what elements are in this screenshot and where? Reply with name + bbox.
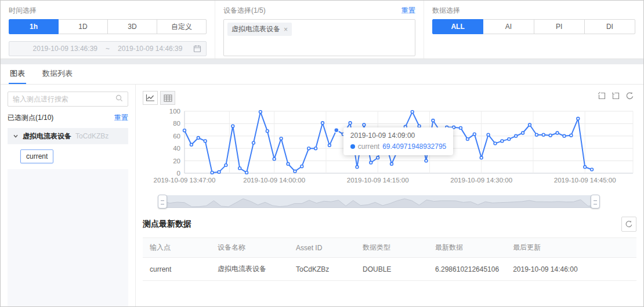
time-option-1D[interactable]: 1D — [58, 19, 108, 34]
svg-text:20: 20 — [173, 158, 180, 165]
app-frame: 时间选择 1h1D3D自定义 2019-10-09 13:46:39 ~ 201… — [0, 0, 644, 307]
section-divider-band — [1, 59, 643, 64]
restore-icon[interactable] — [625, 92, 634, 103]
main-panel: 图表数据列表 已选测点(1/10) 重置 — [1, 64, 643, 307]
chart-tooltip: 2019-10-09 14:09:00 current 69.409719489… — [343, 127, 453, 155]
device-group-id: ToCdKZBz — [75, 132, 108, 140]
device-group-header[interactable]: 虚拟电流表设备 ToCdKZBz — [8, 128, 128, 144]
date-separator: ~ — [106, 45, 110, 53]
chart-pane: 0204060801002019-10-09 13:47:002019-10-0… — [136, 85, 643, 307]
chart-area[interactable]: 0204060801002019-10-09 13:47:002019-10-0… — [143, 108, 636, 189]
tooltip-series-name: current — [358, 142, 379, 151]
latest-data-table: 输入点设备名称Asset ID数据类型最新数据最后更新 current虚拟电流表… — [143, 237, 636, 281]
latest-col-5: 最后更新 — [506, 238, 636, 258]
datazoom-left-handle[interactable] — [158, 195, 167, 209]
latest-cell-4: 6.298610212645106 — [428, 258, 506, 281]
time-range-button-group: 1h1D3D自定义 — [9, 19, 207, 34]
svg-text:2019-10-09 14:00:00: 2019-10-09 14:00:00 — [243, 177, 305, 184]
series-dot-icon — [350, 144, 355, 149]
data-table-view-button[interactable] — [160, 91, 175, 105]
time-filter-section: 时间选择 1h1D3D自定义 2019-10-09 13:46:39 ~ 201… — [1, 1, 215, 59]
data-type-button-group: ALLAIPIDI — [432, 19, 635, 34]
refresh-button[interactable] — [621, 217, 636, 232]
device-select-box[interactable]: 虚拟电流表设备× — [223, 19, 415, 56]
filter-bar: 时间选择 1h1D3D自定义 2019-10-09 13:46:39 ~ 201… — [1, 1, 643, 59]
svg-text:100: 100 — [169, 108, 180, 115]
points-tree: 虚拟电流表设备 ToCdKZBz current — [8, 128, 128, 307]
point-chip-current[interactable]: current — [20, 149, 53, 163]
calendar-icon — [193, 45, 201, 54]
latest-cell-1: 虚拟电流表设备 — [211, 258, 289, 281]
tab-chart[interactable]: 图表 — [9, 68, 26, 84]
datazoom-track[interactable] — [162, 195, 595, 208]
svg-text:40: 40 — [173, 145, 180, 152]
time-option-3D[interactable]: 3D — [107, 19, 157, 34]
device-filter-label: 设备选择(1/5) — [223, 6, 266, 16]
data-filter-label: 数据选择 — [432, 6, 460, 16]
latest-col-0: 输入点 — [143, 238, 211, 258]
zoom-reset-icon[interactable] — [612, 92, 620, 103]
search-icon — [115, 94, 123, 104]
latest-data-title: 测点最新数据 — [143, 219, 191, 229]
selected-points-label: 已选测点(1/10) — [8, 113, 53, 123]
time-option-自定义[interactable]: 自定义 — [157, 19, 207, 34]
device-group-body: current — [8, 144, 128, 169]
device-reset-link[interactable]: 重置 — [401, 6, 415, 16]
datazoom-slider[interactable] — [158, 195, 600, 209]
svg-text:2019-10-09 13:47:00: 2019-10-09 13:47:00 — [154, 177, 216, 184]
date-start: 2019-10-09 13:46:39 — [33, 45, 97, 53]
svg-text:2019-10-09 14:30:00: 2019-10-09 14:30:00 — [450, 177, 512, 184]
device-group-name: 虚拟电流表设备 — [23, 131, 71, 141]
time-filter-label: 时间选择 — [9, 6, 37, 16]
device-filter-section: 设备选择(1/5) 重置 虚拟电流表设备× — [215, 1, 424, 59]
latest-data-section: 测点最新数据 输入点设备名称Asset ID数据类型最新数据最后更新 curre… — [143, 217, 636, 281]
date-range-input[interactable]: 2019-10-09 13:46:39 ~ 2019-10-09 14:46:3… — [9, 41, 207, 56]
data-filter-section: 数据选择 ALLAIPIDI — [424, 1, 643, 59]
tooltip-series-value: 69.40971948932795 — [382, 142, 446, 151]
latest-cell-5: 2019-10-09 14:46:00 — [506, 258, 636, 281]
svg-text:80: 80 — [173, 120, 180, 127]
latest-cell-0: current — [143, 258, 211, 281]
chart-view-toolbar — [143, 90, 636, 105]
time-option-1h[interactable]: 1h — [9, 19, 59, 34]
tag-close-icon[interactable]: × — [284, 25, 288, 34]
svg-text:2019-10-09 14:15:00: 2019-10-09 14:15:00 — [347, 177, 409, 184]
data-option-ALL[interactable]: ALL — [432, 19, 483, 34]
latest-col-1: 设备名称 — [211, 238, 289, 258]
data-option-PI[interactable]: PI — [534, 19, 585, 34]
svg-text:60: 60 — [173, 133, 180, 140]
chevron-down-icon — [13, 131, 19, 141]
tab-bar: 图表数据列表 — [1, 64, 643, 85]
points-sidebar: 已选测点(1/10) 重置 虚拟电流表设备 ToCdKZBz current — [1, 85, 136, 307]
device-tag-label: 虚拟电流表设备 — [231, 24, 280, 34]
points-reset-link[interactable]: 重置 — [114, 113, 128, 123]
datazoom-silhouette — [162, 195, 595, 208]
latest-col-4: 最新数据 — [428, 238, 506, 258]
line-chart-view-button[interactable] — [143, 91, 158, 105]
device-tag: 虚拟电流表设备× — [227, 23, 292, 36]
chart-toolbox — [598, 92, 634, 103]
date-end: 2019-10-09 14:46:39 — [118, 45, 182, 53]
svg-text:0: 0 — [177, 170, 180, 177]
datazoom-right-handle[interactable] — [591, 195, 600, 209]
zoom-select-icon[interactable] — [598, 92, 606, 103]
latest-cell-3: DOUBLE — [356, 258, 428, 281]
tooltip-time: 2019-10-09 14:09:00 — [350, 131, 446, 140]
data-option-AI[interactable]: AI — [483, 19, 534, 34]
latest-col-2: Asset ID — [289, 238, 356, 258]
point-search-box — [8, 92, 128, 107]
table-row: current虚拟电流表设备ToCdKZBzDOUBLE6.2986102126… — [143, 258, 636, 281]
point-search-input[interactable] — [13, 95, 115, 103]
svg-text:2019-10-09 14:45:00: 2019-10-09 14:45:00 — [554, 177, 616, 184]
data-option-DI[interactable]: DI — [584, 19, 635, 34]
tree-empty-area — [8, 169, 128, 307]
tab-data-list[interactable]: 数据列表 — [41, 68, 74, 84]
latest-cell-2: ToCdKZBz — [289, 258, 356, 281]
latest-col-3: 数据类型 — [356, 238, 428, 258]
